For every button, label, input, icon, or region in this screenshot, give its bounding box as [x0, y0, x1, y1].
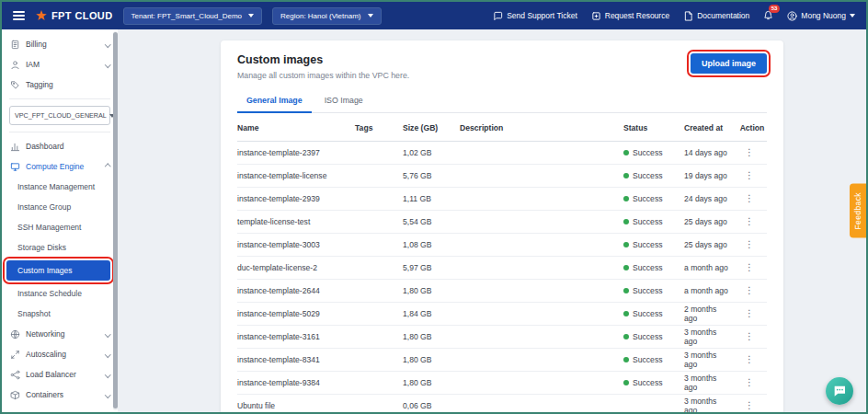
image-size: 1,11 GB: [403, 194, 460, 203]
vpc-name: VPC_FPT_CLOUD_GENERAL: [15, 111, 107, 120]
sidebar: Billing IAM Tagging VPC_FPT_CLOUD_GENERA…: [2, 29, 118, 412]
row-actions-button[interactable]: ⋮: [737, 331, 767, 342]
request-resource-link[interactable]: Request Resource: [591, 11, 669, 21]
row-actions-button[interactable]: ⋮: [737, 285, 767, 296]
support-ticket-icon: [493, 11, 503, 21]
upload-image-button[interactable]: Upload image: [691, 53, 767, 74]
networking-icon: [10, 329, 20, 339]
sidebar-item-custom-images[interactable]: Custom Images: [6, 260, 110, 281]
image-name[interactable]: instance-template-2397: [237, 148, 355, 157]
notifications-button[interactable]: 53: [763, 10, 773, 22]
image-name[interactable]: instance-template-9384: [237, 378, 355, 387]
image-name[interactable]: instance-template-license: [237, 171, 355, 180]
image-name[interactable]: instance-template-2644: [237, 286, 355, 295]
send-support-ticket-link[interactable]: Send Support Ticket: [493, 11, 577, 21]
image-name[interactable]: template-license-test: [237, 217, 355, 226]
table-row: Ubuntu file 0,06 GB 3 months ago ⋮: [237, 395, 767, 414]
tab-general-image[interactable]: General Image: [237, 90, 312, 113]
sidebar-item-billing[interactable]: Billing: [2, 34, 118, 54]
sidebar-item-autoscaling[interactable]: Autoscaling: [2, 344, 118, 364]
image-name[interactable]: instance-template-3003: [237, 240, 355, 249]
sidebar-item-load-balancer[interactable]: Load Balancer: [2, 364, 118, 385]
image-size: 1,84 GB: [403, 309, 460, 318]
created-at: 3 months ago: [684, 328, 737, 347]
row-actions-button[interactable]: ⋮: [737, 170, 767, 181]
table-row: instance-template-5029 1,84 GB Success 2…: [237, 303, 767, 326]
success-dot-icon: [623, 380, 629, 385]
image-size: 5,54 GB: [403, 217, 460, 226]
status-badge: Success: [623, 332, 684, 341]
success-dot-icon: [623, 334, 629, 339]
documentation-link[interactable]: Documentation: [683, 11, 749, 21]
created-at: 25 days ago: [684, 240, 737, 249]
chat-icon: [832, 384, 847, 398]
chevron-down-icon: [105, 331, 110, 337]
row-actions-button[interactable]: ⋮: [737, 216, 767, 227]
sidebar-item-instance-group[interactable]: Instance Group: [2, 197, 118, 217]
sidebar-item-compute-engine[interactable]: Compute Engine: [2, 156, 118, 177]
tab-iso-image[interactable]: ISO Image: [315, 90, 372, 112]
sidebar-item-tagging[interactable]: Tagging: [2, 75, 118, 95]
row-actions-button[interactable]: ⋮: [737, 147, 767, 158]
success-dot-icon: [623, 196, 629, 201]
created-at: 14 days ago: [684, 148, 737, 157]
table-row: duc-template-license-2 5,97 GB Success a…: [237, 257, 767, 280]
row-actions-button[interactable]: ⋮: [737, 308, 767, 319]
tab-bar: General Image ISO Image: [237, 90, 767, 113]
sidebar-item-instance-management[interactable]: Instance Management: [2, 177, 118, 197]
page-title: Custom images: [237, 53, 409, 66]
region-selector[interactable]: Region: Hanoi (Vietnam): [272, 7, 381, 25]
image-size: 5,97 GB: [403, 263, 460, 272]
sidebar-item-snapshot[interactable]: Snapshot: [2, 304, 118, 324]
image-size: 1,80 GB: [403, 286, 460, 295]
row-actions-button[interactable]: ⋮: [737, 262, 767, 273]
chevron-up-icon: [105, 164, 110, 169]
image-name[interactable]: instance-template-8341: [237, 355, 355, 364]
created-at: a month ago: [684, 263, 737, 272]
created-at: a month ago: [684, 286, 737, 295]
table-row: instance-template-8341 1,80 GB Success 3…: [237, 349, 767, 372]
success-dot-icon: [623, 265, 629, 270]
image-name[interactable]: instance-template-5029: [237, 309, 355, 318]
menu-icon[interactable]: [13, 11, 25, 20]
success-dot-icon: [623, 150, 629, 155]
chevron-down-icon: [368, 14, 373, 17]
chevron-down-icon: [248, 14, 254, 17]
image-name[interactable]: Ubuntu file: [237, 401, 355, 410]
created-at: 24 days ago: [684, 194, 737, 203]
sidebar-item-networking[interactable]: Networking: [2, 324, 118, 344]
sidebar-item-iam[interactable]: IAM: [2, 54, 118, 75]
brand-logo[interactable]: FPT CLOUD: [35, 9, 113, 22]
sidebar-item-ssh-management[interactable]: SSH Management: [2, 217, 118, 237]
image-name[interactable]: duc-template-license-2: [237, 263, 355, 272]
tenant-label: Tenant: FPT_Smart_Cloud_Demo: [131, 12, 243, 20]
notification-badge: 53: [769, 5, 781, 13]
table-row: instance-template-9384 1,80 GB Success 3…: [237, 372, 767, 395]
row-actions-button[interactable]: ⋮: [737, 354, 767, 365]
sidebar-item-dashboard[interactable]: Dashboard: [2, 136, 118, 156]
chevron-down-icon: [105, 62, 110, 67]
image-size: 0,06 GB: [403, 401, 460, 410]
row-actions-button[interactable]: ⋮: [737, 193, 767, 204]
chevron-down-icon: [105, 41, 110, 47]
status-badge: Success: [623, 217, 684, 226]
image-name[interactable]: instance-template-3161: [237, 332, 355, 341]
image-size: 1,02 GB: [403, 148, 460, 157]
load-balancer-icon: [10, 370, 20, 380]
sidebar-item-instance-schedule[interactable]: Instance Schedule: [2, 283, 118, 304]
row-actions-button[interactable]: ⋮: [737, 400, 767, 411]
sidebar-item-storage-disks[interactable]: Storage Disks: [2, 237, 118, 258]
row-actions-button[interactable]: ⋮: [737, 239, 767, 250]
support-chat-button[interactable]: [826, 377, 853, 405]
sidebar-item-containers[interactable]: Containers: [2, 385, 118, 405]
tenant-selector[interactable]: Tenant: FPT_Smart_Cloud_Demo: [123, 7, 263, 25]
user-menu[interactable]: Mong Nuong: [787, 11, 855, 21]
iam-icon: [10, 60, 20, 70]
feedback-tab[interactable]: Feedback: [850, 184, 866, 238]
created-at: 3 months ago: [684, 397, 737, 414]
status-badge: Success: [623, 171, 684, 180]
image-name[interactable]: instance-template-2939: [237, 194, 355, 203]
image-size: 5,76 GB: [403, 171, 460, 180]
vpc-selector[interactable]: VPC_FPT_CLOUD_GENERAL: [9, 106, 110, 125]
row-actions-button[interactable]: ⋮: [737, 377, 767, 388]
